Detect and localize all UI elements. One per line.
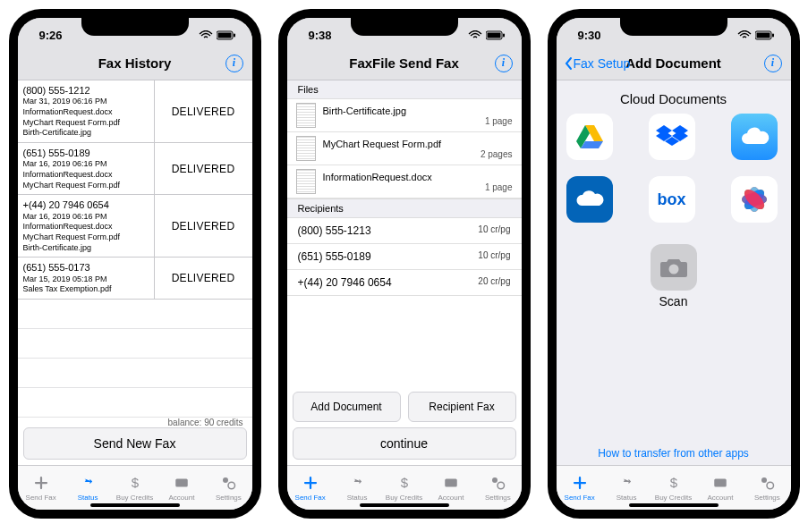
tab-send[interactable]: Send Fax <box>287 466 334 510</box>
balance-text: balance: 90 credits <box>168 418 243 427</box>
page-title: FaxFile Send Fax <box>349 55 459 71</box>
tab-settings[interactable]: Settings <box>205 466 251 510</box>
account-icon <box>442 475 460 493</box>
status-label: DELIVERED <box>154 80 252 142</box>
scan-button[interactable]: Scan <box>557 244 791 308</box>
recipient-row[interactable]: (651) 555-018910 cr/pg <box>287 244 522 270</box>
phone-add-document: 9:30 Fax Setup Add Document i Cloud Docu… <box>548 9 800 519</box>
recipient-row[interactable]: +(44) 20 7946 065420 cr/pg <box>287 270 522 296</box>
history-info: (800) 555-1212Mar 31, 2019 06:16 PMInfor… <box>18 80 154 142</box>
back-button[interactable]: Fax Setup <box>564 56 631 71</box>
recipient-number: (651) 555-0189 <box>298 250 371 263</box>
file-name: MyChart Request Form.pdf2 pages <box>323 139 513 159</box>
file-row[interactable]: MyChart Request Form.pdf2 pages <box>287 132 522 165</box>
tab-label: Buy Credits <box>655 494 692 502</box>
status-icons <box>199 30 236 40</box>
status-icons <box>468 30 506 40</box>
cloud-provider-grid: box <box>557 114 791 232</box>
navbar: FaxFile Send Fax i <box>287 46 522 80</box>
wifi-icon <box>737 30 752 39</box>
status-label: DELIVERED <box>154 195 252 257</box>
buy-icon: $ <box>126 475 144 493</box>
history-row[interactable]: (651) 555-0189Mar 16, 2019 06:16 PMInfor… <box>18 143 252 195</box>
file-row[interactable]: InformationRequest.docx1 page <box>287 165 522 198</box>
svg-rect-15 <box>756 32 770 38</box>
svg-point-36 <box>761 477 767 483</box>
info-icon: i <box>764 55 782 72</box>
history-row[interactable]: (800) 555-1212Mar 31, 2019 06:16 PMInfor… <box>18 80 252 143</box>
svg-rect-16 <box>772 33 774 37</box>
scan-label: Scan <box>557 294 791 308</box>
status-icon <box>348 475 366 493</box>
settings-icon <box>758 475 776 493</box>
camera-icon <box>651 244 697 291</box>
history-info: (651) 555-0173Mar 15, 2019 05:18 PMSales… <box>18 258 154 299</box>
recipient-row[interactable]: (800) 555-121310 cr/pg <box>287 218 522 244</box>
clock: 9:38 <box>309 29 332 42</box>
recipient-number: +(44) 20 7946 0654 <box>298 276 392 289</box>
status-icon <box>79 475 97 493</box>
info-icon: i <box>225 55 243 72</box>
icloud-icon[interactable] <box>731 114 778 160</box>
svg-rect-9 <box>503 33 505 37</box>
tab-send[interactable]: Send Fax <box>557 466 603 510</box>
tab-label: Send Fax <box>295 494 326 502</box>
home-indicator <box>629 503 719 507</box>
svg-point-37 <box>767 482 774 489</box>
info-button[interactable]: i <box>225 55 243 72</box>
box-icon[interactable]: box <box>649 176 695 223</box>
svg-text:$: $ <box>669 475 677 490</box>
battery-icon <box>755 30 775 40</box>
wifi-icon <box>468 30 482 39</box>
tab-label: Status <box>347 494 368 502</box>
tab-label: Buy Credits <box>386 494 422 502</box>
send-new-fax-button[interactable]: Send New Fax <box>23 427 247 460</box>
dropbox-icon[interactable] <box>649 114 695 160</box>
recipient-rate: 10 cr/pg <box>478 224 510 237</box>
page-title: Fax History <box>98 55 172 71</box>
cloud-documents-title: Cloud Documents <box>557 80 791 114</box>
settings-icon <box>219 475 237 493</box>
info-button[interactable]: i <box>495 55 513 72</box>
tab-settings[interactable]: Settings <box>744 466 790 510</box>
clock: 9:30 <box>578 29 601 42</box>
file-row[interactable]: Birth-Certificate.jpg1 page <box>287 99 522 132</box>
tab-label: Buy Credits <box>116 494 153 502</box>
transfer-help-link[interactable]: How to transfer from other apps <box>557 447 791 460</box>
file-name: InformationRequest.docx1 page <box>323 172 513 192</box>
send-icon <box>571 475 589 493</box>
tab-settings[interactable]: Settings <box>474 466 521 510</box>
phone-fax-history: 9:26 Fax History i (800) 555-1212Mar 31,… <box>9 9 261 519</box>
file-pages: 1 page <box>323 116 513 126</box>
clock: 9:26 <box>39 29 63 42</box>
tab-label: Send Fax <box>565 494 595 502</box>
history-info: +(44) 20 7946 0654Mar 16, 2019 06:16 PMI… <box>18 195 154 257</box>
notch <box>81 18 189 36</box>
recipients-header: Recipients <box>287 198 522 218</box>
google-drive-icon[interactable] <box>566 114 613 160</box>
tab-label: Account <box>438 494 464 502</box>
battery-icon <box>486 30 506 40</box>
tab-label: Send Fax <box>26 494 56 502</box>
history-row[interactable]: (651) 555-0173Mar 15, 2019 05:18 PMSales… <box>18 258 252 300</box>
send-fax-content: Files Birth-Certificate.jpg1 pageMyChart… <box>287 80 522 465</box>
navbar: Fax History i <box>18 46 252 80</box>
history-row[interactable]: +(44) 20 7946 0654Mar 16, 2019 06:16 PMI… <box>18 195 252 258</box>
tab-label: Settings <box>485 494 511 502</box>
account-icon <box>173 475 191 493</box>
info-button[interactable]: i <box>764 55 782 72</box>
file-pages: 2 pages <box>323 149 513 159</box>
svg-rect-1 <box>217 32 231 38</box>
add-document-button[interactable]: Add Document <box>293 392 401 422</box>
photos-icon[interactable] <box>731 176 778 223</box>
svg-point-13 <box>498 482 505 489</box>
home-indicator <box>360 503 449 507</box>
svg-rect-8 <box>487 32 500 38</box>
send-icon <box>302 475 319 493</box>
navbar: Fax Setup Add Document i <box>557 46 791 80</box>
continue-button[interactable]: continue <box>293 427 516 460</box>
recipient-fax-button[interactable]: Recipient Fax <box>408 392 516 422</box>
buy-icon: $ <box>395 475 413 493</box>
tab-send[interactable]: Send Fax <box>18 466 64 510</box>
onedrive-icon[interactable] <box>566 176 613 223</box>
